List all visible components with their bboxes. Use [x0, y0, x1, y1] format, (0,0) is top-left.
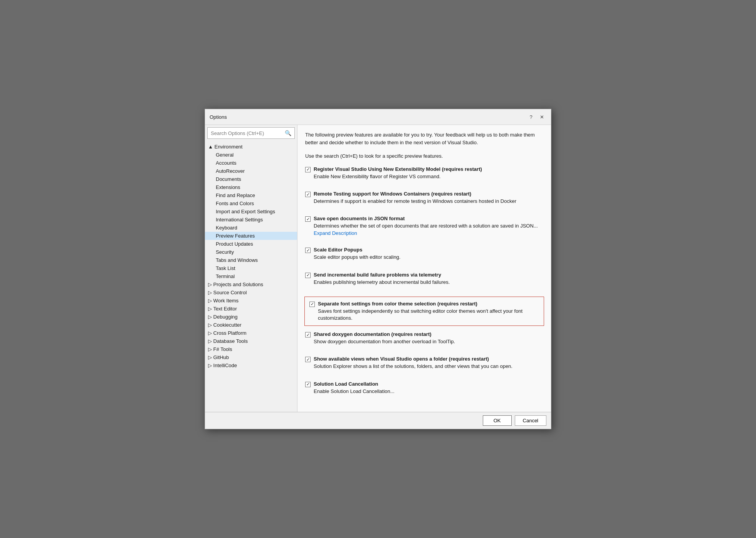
tree-item[interactable]: ▷ F# Tools	[205, 345, 297, 353]
feature-checkbox[interactable]	[305, 216, 311, 222]
feature-checkbox[interactable]	[305, 167, 311, 172]
cancel-button[interactable]: Cancel	[515, 415, 546, 426]
ok-button[interactable]: OK	[483, 415, 512, 426]
feature-desc: Determines whether the set of open docum…	[314, 223, 543, 229]
tree-item[interactable]: Task List	[205, 264, 297, 272]
help-button[interactable]: ?	[526, 112, 536, 121]
feature-desc: Enable Solution Load Cancellation...	[314, 388, 543, 395]
feature-checkbox[interactable]	[305, 382, 311, 387]
search-box[interactable]: 🔍	[207, 127, 295, 139]
feature-item: Remote Testing support for Windows Conta…	[305, 191, 543, 210]
tree-item[interactable]: ▷ Work Items	[205, 297, 297, 305]
tree-item[interactable]: Security	[205, 248, 297, 256]
title-bar: Options ? ✕	[205, 109, 551, 125]
dialog-body: 🔍 ▲ EnvironmentGeneralAccountsAutoRecove…	[205, 125, 551, 412]
feature-item: Shared doxygen documentation (requires r…	[305, 331, 543, 351]
feature-expand-link[interactable]: Expand Description	[314, 230, 543, 236]
tree-item[interactable]: Terminal	[205, 272, 297, 280]
tree-item[interactable]: ▲ Environment	[205, 143, 297, 151]
left-panel: 🔍 ▲ EnvironmentGeneralAccountsAutoRecove…	[205, 125, 297, 412]
feature-title: Remote Testing support for Windows Conta…	[314, 191, 471, 197]
dialog-title: Options	[210, 114, 227, 120]
feature-checkbox[interactable]	[305, 332, 311, 337]
tree-item[interactable]: Tabs and Windows	[205, 256, 297, 264]
tree-item[interactable]: Extensions	[205, 183, 297, 191]
tree-item[interactable]: Product Updates	[205, 240, 297, 248]
feature-item: Solution Load CancellationEnable Solutio…	[305, 381, 543, 400]
feature-title: Solution Load Cancellation	[314, 381, 378, 387]
search-input[interactable]	[211, 130, 285, 136]
tree-item[interactable]: ▷ Cookiecutter	[205, 321, 297, 329]
features-list: Register Visual Studio Using New Extensi…	[305, 166, 543, 400]
tree-item[interactable]: ▷ GitHub	[205, 353, 297, 361]
options-dialog: Options ? ✕ 🔍 ▲ EnvironmentGeneralAccoun…	[205, 109, 551, 429]
feature-text: Register Visual Studio Using New Extensi…	[314, 166, 543, 180]
title-controls: ? ✕	[526, 112, 546, 121]
intro-text-2: Use the search (Ctrl+E) to look for a sp…	[305, 152, 543, 160]
feature-title: Send incremental build failure problems …	[314, 272, 441, 278]
feature-checkbox[interactable]	[309, 302, 315, 307]
feature-text: Show available views when Visual Studio …	[314, 356, 543, 370]
feature-checkbox[interactable]	[305, 192, 311, 197]
feature-text: Remote Testing support for Windows Conta…	[314, 191, 543, 205]
tree-item[interactable]: ▷ Debugging	[205, 313, 297, 321]
tree-item[interactable]: AutoRecover	[205, 167, 297, 175]
feature-title: Show available views when Visual Studio …	[314, 356, 489, 362]
tree-item[interactable]: ▷ Cross Platform	[205, 329, 297, 337]
tree-item[interactable]: ▷ Projects and Solutions	[205, 280, 297, 288]
feature-checkbox[interactable]	[305, 273, 311, 278]
dialog-footer: OK Cancel	[205, 412, 551, 429]
feature-text: Solution Load CancellationEnable Solutio…	[314, 381, 543, 395]
feature-item: Register Visual Studio Using New Extensi…	[305, 166, 543, 186]
feature-desc: Scale editor popups with editor scaling.	[314, 254, 543, 261]
feature-text: Scale Editor PopupsScale editor popups w…	[314, 247, 543, 261]
close-button[interactable]: ✕	[537, 112, 546, 121]
feature-item: Separate font settings from color theme …	[304, 297, 544, 326]
tree-item[interactable]: Import and Export Settings	[205, 207, 297, 216]
feature-desc: Enables publishing telemetry about incre…	[314, 279, 543, 286]
tree-item[interactable]: Find and Replace	[205, 191, 297, 199]
feature-title: Shared doxygen documentation (requires r…	[314, 331, 432, 337]
feature-title: Save open documents in JSON format	[314, 216, 405, 221]
feature-checkbox[interactable]	[305, 248, 311, 253]
feature-item: Send incremental build failure problems …	[305, 272, 543, 291]
feature-text: Send incremental build failure problems …	[314, 272, 543, 286]
tree-item[interactable]: ▷ Database Tools	[205, 337, 297, 345]
feature-desc: Solution Explorer shows a list of the so…	[314, 363, 543, 370]
feature-text: Shared doxygen documentation (requires r…	[314, 331, 543, 345]
feature-checkbox[interactable]	[305, 357, 311, 362]
feature-desc: Show doxygen documentation from another …	[314, 338, 543, 345]
tree-item[interactable]: Keyboard	[205, 224, 297, 232]
feature-text: Separate font settings from color theme …	[318, 301, 539, 322]
feature-desc: Saves font settings independently so tha…	[318, 308, 539, 322]
tree-item[interactable]: ▷ IntelliCode	[205, 361, 297, 369]
tree-item[interactable]: International Settings	[205, 216, 297, 224]
feature-desc: Determines if support is enabled for rem…	[314, 198, 543, 205]
feature-item: Scale Editor PopupsScale editor popups w…	[305, 247, 543, 266]
tree-item[interactable]: ▷ Text Editor	[205, 305, 297, 313]
feature-title: Separate font settings from color theme …	[318, 301, 477, 307]
tree-item[interactable]: Preview Features	[205, 232, 297, 240]
intro-text: The following preview features are avail…	[305, 131, 543, 146]
right-content: The following preview features are avail…	[297, 125, 551, 412]
right-panel: The following preview features are avail…	[297, 125, 551, 412]
feature-text: Save open documents in JSON formatDeterm…	[314, 216, 543, 236]
search-icon: 🔍	[285, 130, 291, 136]
feature-item: Show available views when Visual Studio …	[305, 356, 543, 375]
tree-item[interactable]: Fonts and Colors	[205, 199, 297, 207]
tree-item[interactable]: Documents	[205, 175, 297, 183]
tree-item[interactable]: General	[205, 151, 297, 159]
tree-item[interactable]: ▷ Source Control	[205, 288, 297, 297]
feature-title: Scale Editor Popups	[314, 247, 362, 253]
feature-item: Save open documents in JSON formatDeterm…	[305, 216, 543, 241]
feature-title: Register Visual Studio Using New Extensi…	[314, 166, 482, 172]
tree-item[interactable]: Accounts	[205, 159, 297, 167]
feature-desc: Enable New Extensibility flavor of Regis…	[314, 173, 543, 180]
tree: ▲ EnvironmentGeneralAccountsAutoRecoverD…	[205, 141, 297, 412]
